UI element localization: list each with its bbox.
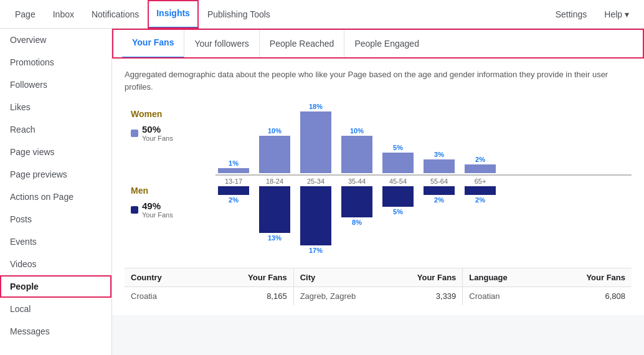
bar-women-55-64: 3% [421, 103, 457, 173]
tab-your-followers[interactable]: Your followers [184, 29, 259, 59]
col-language-fans: Your Fans [582, 273, 625, 282]
sidebar-item-posts[interactable]: Posts [0, 208, 111, 230]
chart-container: Women 50% Your Fans Men [125, 103, 632, 263]
sidebar-item-people[interactable]: People [0, 275, 111, 298]
col-country: Country [131, 273, 244, 282]
nav-item-page[interactable]: Page [6, 0, 44, 29]
sidebar-item-local[interactable]: Local [0, 298, 111, 320]
women-bars-row: 1% 10% 18% [215, 103, 632, 174]
bar-label-women-45-54: 5% [393, 144, 403, 151]
bar-women-45-54: 5% [380, 103, 416, 173]
sidebar-item-page-previews[interactable]: Page previews [0, 163, 111, 186]
bar-men-65plus: 2% [462, 186, 498, 257]
women-label: Your Fans [142, 135, 173, 142]
col-city: City [300, 273, 413, 282]
tab-people-reached[interactable]: People Reached [260, 29, 345, 59]
women-dot [131, 130, 138, 137]
bar-label-women-13-17: 1% [229, 159, 239, 167]
sidebar: Overview Promotions Followers Likes Reac… [0, 29, 112, 355]
country-fans-value: 8,165 [244, 291, 287, 301]
bar-label-men-13-17: 2% [229, 196, 239, 204]
city-name: Zagreb, Zagreb [300, 291, 413, 301]
table-section: Country Your Fans Croatia 8,165 City You… [125, 268, 632, 305]
content-area: Aggregated demographic data about the pe… [112, 59, 644, 315]
women-title: Women [131, 109, 206, 119]
nav-item-insights[interactable]: Insights [148, 0, 199, 29]
bar-men-35-44: 8% [339, 186, 375, 257]
bar-women-25-34: 18% [298, 103, 334, 173]
sidebar-item-actions-on-page[interactable]: Actions on Page [0, 186, 111, 208]
sidebar-item-overview[interactable]: Overview [0, 29, 111, 51]
col-city-fans: Your Fans [412, 273, 456, 282]
language-name: Croatian [469, 291, 582, 301]
bar-label-women-35-44: 10% [350, 127, 364, 135]
nav-item-help[interactable]: Help ▾ [595, 0, 638, 29]
bar-label-men-35-44: 8% [352, 219, 362, 226]
men-bars-row: 2% 13% 17% [215, 185, 632, 257]
bar-label-women-65plus: 2% [475, 156, 485, 163]
sidebar-item-followers[interactable]: Followers [0, 73, 111, 96]
table-group-city: City Your Fans Zagreb, Zagreb 3,339 [294, 268, 463, 305]
bar-men-13-17: 2% [215, 186, 252, 257]
tab-your-fans[interactable]: Your Fans [122, 29, 184, 59]
table-group-language: Language Your Fans Croatian 6,808 [463, 268, 632, 305]
bar-label-women-25-34: 18% [309, 103, 323, 110]
nav-item-inbox[interactable]: Inbox [44, 0, 83, 29]
nav-item-publishing-tools[interactable]: Publishing Tools [199, 0, 279, 29]
bar-label-men-55-64: 2% [434, 196, 444, 204]
top-nav: Page Inbox Notifications Insights Publis… [0, 0, 644, 29]
chart-legend: Women 50% Your Fans Men [131, 103, 206, 219]
sidebar-item-promotions[interactable]: Promotions [0, 51, 111, 73]
sidebar-item-reach[interactable]: Reach [0, 118, 111, 141]
nav-item-settings[interactable]: Settings [547, 0, 596, 29]
men-percent: 49% [142, 201, 173, 211]
bar-women-13-17: 1% [215, 103, 252, 173]
main-content: Your Fans Your followers People Reached … [112, 29, 644, 355]
women-percent: 50% [142, 124, 173, 135]
women-legend: Women 50% Your Fans [131, 109, 206, 142]
bar-men-55-64: 2% [421, 186, 457, 257]
col-country-fans: Your Fans [244, 273, 287, 282]
men-legend: Men 49% Your Fans [131, 186, 206, 219]
men-label: Your Fans [142, 211, 173, 219]
bar-men-45-54: 5% [380, 186, 416, 257]
tab-people-engaged[interactable]: People Engaged [344, 29, 429, 59]
bars-chart: 1% 10% 18% [215, 103, 632, 257]
bar-label-men-25-34: 17% [309, 247, 323, 254]
sidebar-item-likes[interactable]: Likes [0, 96, 111, 118]
bar-women-35-44: 10% [339, 103, 375, 173]
table-group-country: Country Your Fans Croatia 8,165 [125, 268, 294, 305]
divider-and-labels: 13-17 18-24 25-34 35-44 45-54 55-64 65+ [215, 174, 632, 185]
bar-label-men-18-24: 13% [268, 234, 282, 242]
nav-item-notifications[interactable]: Notifications [83, 0, 148, 29]
tabs-bar: Your Fans Your followers People Reached … [112, 29, 644, 59]
description-text: Aggregated demographic data about the pe… [125, 69, 632, 93]
bar-men-25-34: 17% [298, 186, 334, 257]
bar-women-65plus: 2% [462, 103, 498, 173]
country-name: Croatia [131, 291, 244, 301]
men-title: Men [131, 186, 206, 196]
bar-women-18-24: 10% [257, 103, 293, 173]
bar-men-18-24: 13% [257, 186, 293, 257]
col-language: Language [469, 273, 582, 282]
sidebar-item-events[interactable]: Events [0, 230, 111, 253]
sidebar-item-messages[interactable]: Messages [0, 320, 111, 343]
men-dot [131, 206, 138, 214]
bar-label-men-65plus: 2% [475, 196, 485, 204]
bar-label-men-45-54: 5% [393, 208, 403, 215]
language-fans-value: 6,808 [582, 291, 625, 301]
bar-label-women-18-24: 10% [268, 127, 282, 135]
sidebar-item-page-views[interactable]: Page views [0, 141, 111, 163]
city-fans-value: 3,339 [412, 291, 456, 301]
sidebar-item-videos[interactable]: Videos [0, 253, 111, 275]
bar-label-women-55-64: 3% [434, 151, 444, 158]
